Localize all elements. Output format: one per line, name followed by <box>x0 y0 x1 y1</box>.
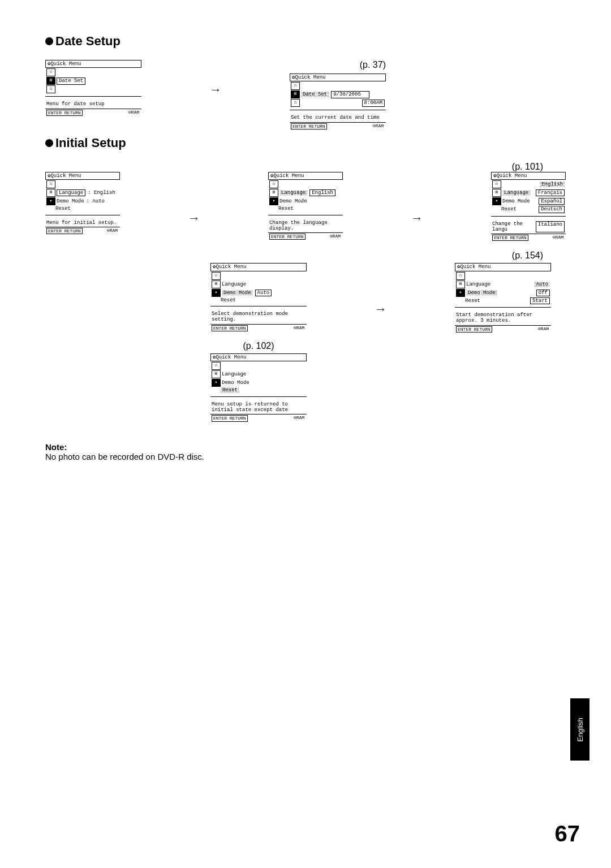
lang-icon: ⊞ <box>212 370 221 378</box>
section-initial-setup-title: Initial Setup <box>55 136 126 150</box>
bullet-icon <box>45 139 53 147</box>
foot-ram: ⊙RAM <box>127 110 140 116</box>
initial-setup-language-options: ✿Quick Menu ⌂English ⊞LanguageFrançais ✦… <box>491 172 566 242</box>
demo-label-sel: Demo Mode <box>222 290 253 296</box>
language-tab: English <box>570 698 590 761</box>
foot-ram: ⊙RAM <box>292 325 306 331</box>
screen-message: Menu for date setup <box>45 100 141 107</box>
screen-title: Quick Menu <box>216 355 246 360</box>
screen-message: Menu for initial setup. <box>45 219 120 226</box>
lang-label-sel: Language <box>279 190 307 196</box>
initial-setup-demo-options: ✿Quick Menu ⌂ ⊞LanguageAuto ✦Demo ModeOf… <box>455 263 551 333</box>
foot-ram: ⊙RAM <box>329 234 342 240</box>
screen-title: Quick Menu <box>295 75 325 80</box>
demo-label: Demo Mode <box>57 198 84 204</box>
tab-icon: ⌂ <box>212 272 221 280</box>
lang-value: : English <box>88 190 115 196</box>
menu-item-date-set-sel: Date Set <box>301 92 329 97</box>
foot-enter-return: ENTER RETURN <box>46 228 83 234</box>
reset-label-sel: Reset <box>221 387 239 393</box>
foot-ram: ⊙RAM <box>552 235 565 241</box>
foot-ram: ⊙RAM <box>292 415 306 421</box>
date-value-date: 9/30/2005 <box>331 91 369 98</box>
tool-icon: ✦ <box>456 289 465 297</box>
demo-label-sel: Demo Mode <box>466 290 497 296</box>
tab-icon: ⌂ <box>269 180 278 188</box>
opt-deutsch: Deutsch <box>539 206 565 213</box>
initial-setup-language: ✿Quick Menu ⌂ ⊞LanguageEnglish ✦Demo Mod… <box>268 172 343 242</box>
opt-off: Off <box>536 290 550 296</box>
reset-label: Reset <box>55 206 71 211</box>
lang-icon: ⊞ <box>212 280 221 288</box>
note-body: No photo can be recorded on DVD-R disc. <box>45 452 566 461</box>
note-label: Note: <box>45 442 566 452</box>
foot-enter-return: ENTER RETURN <box>269 234 306 240</box>
tab-icon: ⌂ <box>212 362 221 370</box>
lang-icon: ⊞ <box>46 189 55 197</box>
page-ref-demo: (p. 154) <box>45 251 543 261</box>
demo-value: : Auto <box>87 198 105 204</box>
lang-icon: ⊞ <box>269 189 278 197</box>
lang-label: Language <box>466 282 490 287</box>
screen-message: Menu setup is returned to initial state … <box>210 400 307 413</box>
arrow-right-icon: → <box>375 279 387 317</box>
screen-message: Select demonstration mode setting. <box>210 310 307 323</box>
demo-label: Demo Mode <box>222 380 249 386</box>
tab-icon: ⌂ <box>456 272 465 280</box>
lang-label: Language <box>57 189 85 196</box>
opt-italiano: Italiano <box>536 221 565 233</box>
tab-icon: ⌂ <box>46 180 55 188</box>
opt-francais: Français <box>536 189 565 196</box>
section-date-setup-title: Date Setup <box>55 34 121 49</box>
screen-title: Quick Menu <box>50 173 81 179</box>
screen-title: Quick Menu <box>216 264 246 270</box>
page-number: 67 <box>555 821 580 847</box>
foot-enter-return: ENTER RETURN <box>212 415 248 421</box>
reset-label: Reset <box>278 206 294 211</box>
tab-icon: ⌂ <box>291 82 300 90</box>
tool-icon: ✦ <box>46 197 55 205</box>
date-icon: ⊞ <box>291 90 300 98</box>
foot-enter-return: ENTER RETURN <box>291 123 327 129</box>
demo-label: Demo Mode <box>502 198 530 204</box>
screen-message: Change the language display. <box>268 219 343 232</box>
tool-icon: ✦ <box>212 379 221 387</box>
date-value-time: 8:00AM <box>362 100 385 106</box>
page-ref-reset: (p. 102) <box>210 341 307 351</box>
lang-label: Language <box>222 372 246 377</box>
opt-auto: Auto <box>534 282 550 287</box>
section-initial-setup-header: Initial Setup <box>45 136 566 150</box>
opt-start: Start <box>530 297 550 304</box>
tool-icon: ✦ <box>492 197 501 205</box>
tab-icon: ⌂ <box>291 99 300 107</box>
tool-icon: ✦ <box>269 197 278 205</box>
demo-label: Demo Mode <box>279 198 307 204</box>
bullet-icon <box>45 37 53 45</box>
foot-enter-return: ENTER RETURN <box>492 235 528 241</box>
section-date-setup-header: Date Setup <box>45 34 566 49</box>
tab-icon: ⌂ <box>46 85 55 93</box>
tab-icon: ⌂ <box>492 180 501 188</box>
reset-label: Reset <box>221 297 236 303</box>
reset-label: Reset <box>501 206 517 212</box>
date-setup-screen-1: ✿Quick Menu ⌂ ⊞Date Set ⌂ Menu for date … <box>45 60 141 116</box>
foot-ram: ⊙RAM <box>537 326 550 332</box>
screen-message: Set the current date and time <box>290 114 386 120</box>
screen-title: Quick Menu <box>273 173 304 179</box>
demo-value: Auto <box>255 290 272 296</box>
lang-label-sel: Language <box>502 190 530 196</box>
tool-icon: ✦ <box>212 289 221 297</box>
date-setup-screen-2: ✿Quick Menu ⌂ ⊞ Date Set 9/30/2005 ⌂8:00… <box>290 74 386 130</box>
screen-message: Start demonstration after approx. 3 minu… <box>455 311 551 324</box>
initial-setup-demo: ✿Quick Menu ⌂ ⊞Language ✦Demo ModeAuto R… <box>210 263 307 333</box>
initial-setup-main: ✿Quick Menu ⌂ ⊞Language: English ✦Demo M… <box>45 172 120 242</box>
reset-label: Reset <box>465 298 480 304</box>
foot-enter-return: ENTER RETURN <box>212 325 248 331</box>
screen-title: Quick Menu <box>50 61 81 67</box>
arrow-right-icon: → <box>209 60 222 97</box>
initial-setup-reset: ✿Quick Menu ⌂ ⊞Language ✦Demo Mode Reset… <box>210 353 307 422</box>
language-tab-label: English <box>576 718 584 742</box>
arrow-right-icon: → <box>188 188 200 226</box>
opt-english: English <box>540 182 565 187</box>
opt-espanol: Español <box>539 198 565 205</box>
